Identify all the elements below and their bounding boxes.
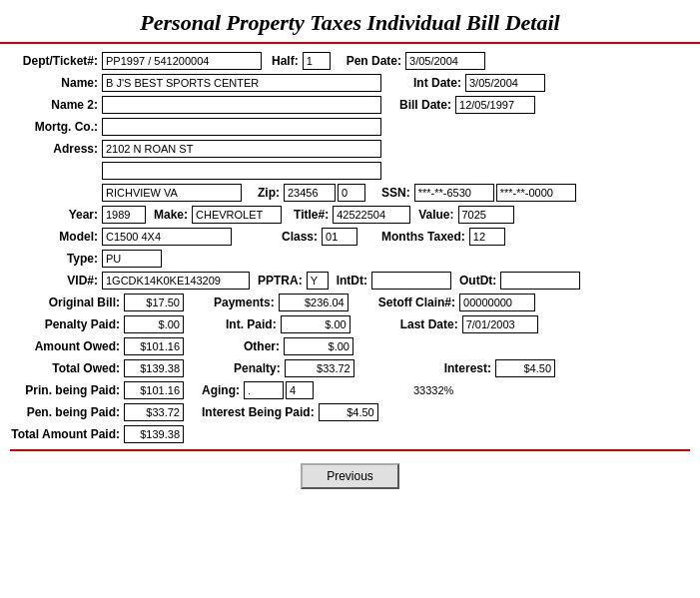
name-label: Name: [10, 76, 98, 90]
aging-label: Aging: [202, 383, 240, 397]
total-owed-label: Total Owed: [10, 361, 120, 375]
class-label: Class: [282, 230, 318, 244]
interest-being-paid-label: Interest Being Paid: [202, 405, 315, 419]
other-input[interactable] [284, 337, 353, 355]
vid-input[interactable] [102, 272, 250, 290]
model-label: Model: [10, 230, 98, 244]
model-input[interactable] [102, 228, 232, 246]
interest-input[interactable] [495, 359, 555, 377]
mortg-co-input[interactable] [102, 118, 381, 136]
make-label: Make: [154, 208, 188, 222]
address-label: Adress: [10, 142, 98, 156]
year-label: Year: [10, 208, 98, 222]
interest-label: Interest: [444, 361, 491, 375]
penalty-label: Penalty: [234, 361, 281, 375]
int-date-label: Int Date: [413, 76, 461, 90]
last-date-label: Last Date: [400, 317, 458, 331]
intdt-label: IntDt: [337, 274, 367, 288]
ssn-input[interactable] [414, 184, 494, 202]
interest-percent: 33332% [413, 384, 453, 396]
months-taxed-label: Months Taxed: [381, 230, 465, 244]
outdt-input[interactable] [500, 272, 580, 290]
bill-date-label: Bill Date: [399, 98, 451, 112]
pen-date-label: Pen Date: [347, 54, 401, 68]
pptra-input[interactable] [307, 272, 329, 290]
vid-label: VID#: [10, 274, 98, 288]
original-bill-label: Original Bill: [10, 296, 120, 309]
value-input[interactable] [458, 206, 514, 224]
prin-being-paid-label: Prin. being Paid: [10, 383, 120, 397]
dept-ticket-label: Dept/Ticket#: [10, 54, 98, 68]
class-input[interactable] [322, 228, 357, 246]
setoff-claim-label: Setoff Clain#: [378, 296, 455, 309]
prin-being-paid-input[interactable] [124, 381, 184, 399]
type-input[interactable] [102, 250, 162, 268]
type-label: Type: [10, 252, 98, 266]
pen-date-input[interactable] [405, 52, 485, 70]
address-input[interactable] [102, 140, 381, 158]
penalty-input[interactable] [285, 359, 354, 377]
penalty-paid-input[interactable] [124, 315, 184, 333]
bill-date-input[interactable] [455, 96, 535, 114]
name2-label: Name 2: [10, 98, 98, 112]
name2-input[interactable] [102, 96, 381, 114]
total-owed-input[interactable] [124, 359, 184, 377]
pen-being-paid-input[interactable] [124, 403, 184, 421]
interest-being-paid-input[interactable] [319, 403, 378, 421]
address2-input[interactable] [102, 162, 381, 180]
ssn-label: SSN: [381, 186, 410, 200]
setoff-claim-input[interactable] [459, 294, 535, 311]
title-input[interactable] [333, 206, 410, 224]
value-label: Value: [418, 208, 453, 222]
other-label: Other: [244, 339, 280, 353]
zip-label: Zip: [258, 186, 280, 200]
previous-button[interactable]: Previous [301, 463, 399, 489]
make-input[interactable] [192, 206, 282, 224]
last-date-input[interactable] [462, 315, 538, 333]
half-input[interactable] [303, 52, 331, 70]
name-input[interactable] [102, 74, 381, 92]
dept-ticket-input[interactable] [102, 52, 262, 70]
payments-input[interactable] [279, 294, 349, 311]
int-paid-input[interactable] [281, 315, 350, 333]
aging-input1[interactable] [244, 381, 284, 399]
aging-input2[interactable] [286, 381, 314, 399]
pptra-label: PPTRA: [258, 274, 303, 288]
int-paid-label: Int. Paid: [226, 317, 277, 331]
penalty-paid-label: Penalty Paid: [10, 317, 120, 331]
page-title: Personal Property Taxes Individual Bill … [0, 0, 700, 44]
total-amount-paid-label: Total Amount Paid: [10, 427, 120, 441]
year-input[interactable] [102, 206, 146, 224]
half-label: Half: [272, 54, 299, 68]
months-taxed-input[interactable] [469, 228, 505, 246]
ssn2-input[interactable] [496, 184, 576, 202]
city-input[interactable] [102, 184, 242, 202]
pen-being-paid-label: Pen. being Paid: [10, 405, 120, 419]
amount-owed-label: Amount Owed: [10, 339, 120, 353]
intdt-input[interactable] [371, 272, 451, 290]
zip2-input[interactable] [338, 184, 365, 202]
original-bill-input[interactable] [124, 294, 184, 311]
zip-input[interactable] [284, 184, 336, 202]
total-amount-paid-input[interactable] [124, 425, 184, 443]
amount-owed-input[interactable] [124, 337, 184, 355]
int-date-input[interactable] [465, 74, 545, 92]
mortg-co-label: Mortg. Co.: [10, 120, 98, 134]
title-label: Title#: [294, 208, 329, 222]
payments-label: Payments: [214, 296, 275, 309]
outdt-label: OutDt: [459, 274, 496, 288]
